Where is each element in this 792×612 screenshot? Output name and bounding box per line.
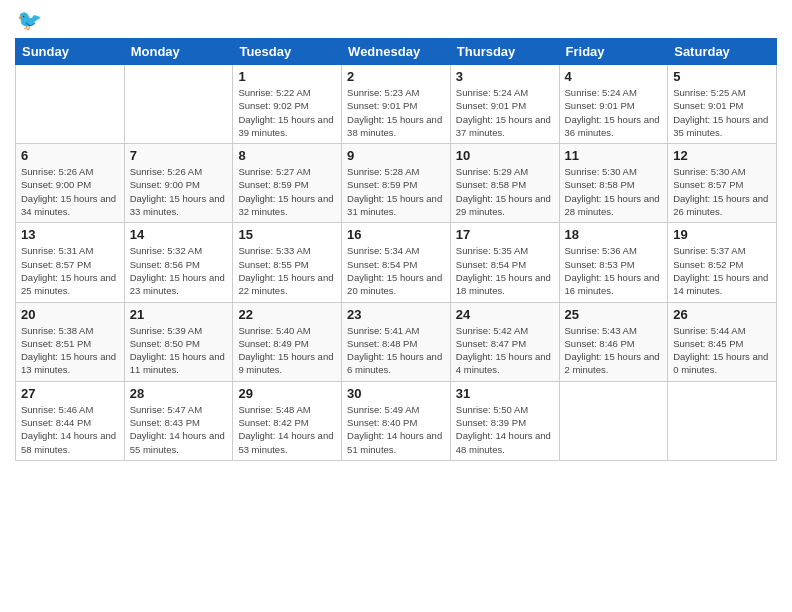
calendar-week-row: 27Sunrise: 5:46 AM Sunset: 8:44 PM Dayli…	[16, 381, 777, 460]
calendar-table: SundayMondayTuesdayWednesdayThursdayFrid…	[15, 38, 777, 461]
day-info: Sunrise: 5:38 AM Sunset: 8:51 PM Dayligh…	[21, 324, 119, 377]
day-info: Sunrise: 5:42 AM Sunset: 8:47 PM Dayligh…	[456, 324, 554, 377]
calendar-cell: 9Sunrise: 5:28 AM Sunset: 8:59 PM Daylig…	[342, 144, 451, 223]
day-info: Sunrise: 5:26 AM Sunset: 9:00 PM Dayligh…	[21, 165, 119, 218]
day-info: Sunrise: 5:28 AM Sunset: 8:59 PM Dayligh…	[347, 165, 445, 218]
calendar-cell: 8Sunrise: 5:27 AM Sunset: 8:59 PM Daylig…	[233, 144, 342, 223]
day-number: 5	[673, 69, 771, 84]
day-number: 28	[130, 386, 228, 401]
day-info: Sunrise: 5:48 AM Sunset: 8:42 PM Dayligh…	[238, 403, 336, 456]
day-info: Sunrise: 5:44 AM Sunset: 8:45 PM Dayligh…	[673, 324, 771, 377]
day-info: Sunrise: 5:24 AM Sunset: 9:01 PM Dayligh…	[456, 86, 554, 139]
calendar-cell	[559, 381, 668, 460]
day-info: Sunrise: 5:41 AM Sunset: 8:48 PM Dayligh…	[347, 324, 445, 377]
day-number: 1	[238, 69, 336, 84]
calendar-week-row: 20Sunrise: 5:38 AM Sunset: 8:51 PM Dayli…	[16, 302, 777, 381]
weekday-header-saturday: Saturday	[668, 39, 777, 65]
calendar-cell: 5Sunrise: 5:25 AM Sunset: 9:01 PM Daylig…	[668, 65, 777, 144]
day-number: 15	[238, 227, 336, 242]
weekday-header-monday: Monday	[124, 39, 233, 65]
calendar-cell: 14Sunrise: 5:32 AM Sunset: 8:56 PM Dayli…	[124, 223, 233, 302]
calendar-cell: 4Sunrise: 5:24 AM Sunset: 9:01 PM Daylig…	[559, 65, 668, 144]
calendar-cell: 17Sunrise: 5:35 AM Sunset: 8:54 PM Dayli…	[450, 223, 559, 302]
day-number: 27	[21, 386, 119, 401]
day-number: 20	[21, 307, 119, 322]
day-number: 2	[347, 69, 445, 84]
day-info: Sunrise: 5:40 AM Sunset: 8:49 PM Dayligh…	[238, 324, 336, 377]
day-info: Sunrise: 5:43 AM Sunset: 8:46 PM Dayligh…	[565, 324, 663, 377]
calendar-cell	[124, 65, 233, 144]
calendar-cell: 27Sunrise: 5:46 AM Sunset: 8:44 PM Dayli…	[16, 381, 125, 460]
weekday-header-thursday: Thursday	[450, 39, 559, 65]
weekday-header-sunday: Sunday	[16, 39, 125, 65]
day-info: Sunrise: 5:27 AM Sunset: 8:59 PM Dayligh…	[238, 165, 336, 218]
day-number: 11	[565, 148, 663, 163]
page: 🐦 SundayMondayTuesdayWednesdayThursdayFr…	[0, 0, 792, 612]
header: 🐦	[15, 10, 777, 30]
day-number: 6	[21, 148, 119, 163]
day-info: Sunrise: 5:35 AM Sunset: 8:54 PM Dayligh…	[456, 244, 554, 297]
day-info: Sunrise: 5:46 AM Sunset: 8:44 PM Dayligh…	[21, 403, 119, 456]
day-info: Sunrise: 5:50 AM Sunset: 8:39 PM Dayligh…	[456, 403, 554, 456]
day-info: Sunrise: 5:29 AM Sunset: 8:58 PM Dayligh…	[456, 165, 554, 218]
day-info: Sunrise: 5:33 AM Sunset: 8:55 PM Dayligh…	[238, 244, 336, 297]
weekday-header-friday: Friday	[559, 39, 668, 65]
calendar-cell: 16Sunrise: 5:34 AM Sunset: 8:54 PM Dayli…	[342, 223, 451, 302]
calendar-cell: 19Sunrise: 5:37 AM Sunset: 8:52 PM Dayli…	[668, 223, 777, 302]
calendar-cell: 24Sunrise: 5:42 AM Sunset: 8:47 PM Dayli…	[450, 302, 559, 381]
day-info: Sunrise: 5:24 AM Sunset: 9:01 PM Dayligh…	[565, 86, 663, 139]
day-info: Sunrise: 5:34 AM Sunset: 8:54 PM Dayligh…	[347, 244, 445, 297]
calendar-week-row: 13Sunrise: 5:31 AM Sunset: 8:57 PM Dayli…	[16, 223, 777, 302]
calendar-cell: 12Sunrise: 5:30 AM Sunset: 8:57 PM Dayli…	[668, 144, 777, 223]
day-number: 9	[347, 148, 445, 163]
day-info: Sunrise: 5:47 AM Sunset: 8:43 PM Dayligh…	[130, 403, 228, 456]
day-number: 3	[456, 69, 554, 84]
calendar-cell: 23Sunrise: 5:41 AM Sunset: 8:48 PM Dayli…	[342, 302, 451, 381]
day-info: Sunrise: 5:26 AM Sunset: 9:00 PM Dayligh…	[130, 165, 228, 218]
calendar-cell: 7Sunrise: 5:26 AM Sunset: 9:00 PM Daylig…	[124, 144, 233, 223]
calendar-cell: 2Sunrise: 5:23 AM Sunset: 9:01 PM Daylig…	[342, 65, 451, 144]
day-info: Sunrise: 5:22 AM Sunset: 9:02 PM Dayligh…	[238, 86, 336, 139]
calendar-cell: 6Sunrise: 5:26 AM Sunset: 9:00 PM Daylig…	[16, 144, 125, 223]
day-info: Sunrise: 5:36 AM Sunset: 8:53 PM Dayligh…	[565, 244, 663, 297]
logo-bird-icon: 🐦	[17, 10, 42, 30]
day-number: 17	[456, 227, 554, 242]
day-info: Sunrise: 5:23 AM Sunset: 9:01 PM Dayligh…	[347, 86, 445, 139]
day-number: 12	[673, 148, 771, 163]
calendar-week-row: 1Sunrise: 5:22 AM Sunset: 9:02 PM Daylig…	[16, 65, 777, 144]
day-number: 19	[673, 227, 771, 242]
day-number: 30	[347, 386, 445, 401]
day-number: 16	[347, 227, 445, 242]
day-info: Sunrise: 5:30 AM Sunset: 8:57 PM Dayligh…	[673, 165, 771, 218]
day-info: Sunrise: 5:37 AM Sunset: 8:52 PM Dayligh…	[673, 244, 771, 297]
calendar-cell	[668, 381, 777, 460]
day-number: 7	[130, 148, 228, 163]
weekday-header-tuesday: Tuesday	[233, 39, 342, 65]
logo: 🐦	[15, 10, 42, 30]
calendar-cell: 30Sunrise: 5:49 AM Sunset: 8:40 PM Dayli…	[342, 381, 451, 460]
day-number: 29	[238, 386, 336, 401]
calendar-cell: 28Sunrise: 5:47 AM Sunset: 8:43 PM Dayli…	[124, 381, 233, 460]
day-number: 26	[673, 307, 771, 322]
calendar-cell: 31Sunrise: 5:50 AM Sunset: 8:39 PM Dayli…	[450, 381, 559, 460]
calendar-cell: 26Sunrise: 5:44 AM Sunset: 8:45 PM Dayli…	[668, 302, 777, 381]
weekday-header-wednesday: Wednesday	[342, 39, 451, 65]
calendar-cell: 11Sunrise: 5:30 AM Sunset: 8:58 PM Dayli…	[559, 144, 668, 223]
calendar-cell: 15Sunrise: 5:33 AM Sunset: 8:55 PM Dayli…	[233, 223, 342, 302]
day-info: Sunrise: 5:25 AM Sunset: 9:01 PM Dayligh…	[673, 86, 771, 139]
day-number: 24	[456, 307, 554, 322]
day-number: 14	[130, 227, 228, 242]
calendar-cell: 3Sunrise: 5:24 AM Sunset: 9:01 PM Daylig…	[450, 65, 559, 144]
day-number: 22	[238, 307, 336, 322]
day-number: 10	[456, 148, 554, 163]
day-info: Sunrise: 5:30 AM Sunset: 8:58 PM Dayligh…	[565, 165, 663, 218]
calendar-cell: 22Sunrise: 5:40 AM Sunset: 8:49 PM Dayli…	[233, 302, 342, 381]
calendar-cell: 1Sunrise: 5:22 AM Sunset: 9:02 PM Daylig…	[233, 65, 342, 144]
calendar-cell: 20Sunrise: 5:38 AM Sunset: 8:51 PM Dayli…	[16, 302, 125, 381]
day-number: 21	[130, 307, 228, 322]
day-number: 25	[565, 307, 663, 322]
calendar-cell: 10Sunrise: 5:29 AM Sunset: 8:58 PM Dayli…	[450, 144, 559, 223]
calendar-cell: 25Sunrise: 5:43 AM Sunset: 8:46 PM Dayli…	[559, 302, 668, 381]
calendar-cell: 21Sunrise: 5:39 AM Sunset: 8:50 PM Dayli…	[124, 302, 233, 381]
calendar-cell: 29Sunrise: 5:48 AM Sunset: 8:42 PM Dayli…	[233, 381, 342, 460]
